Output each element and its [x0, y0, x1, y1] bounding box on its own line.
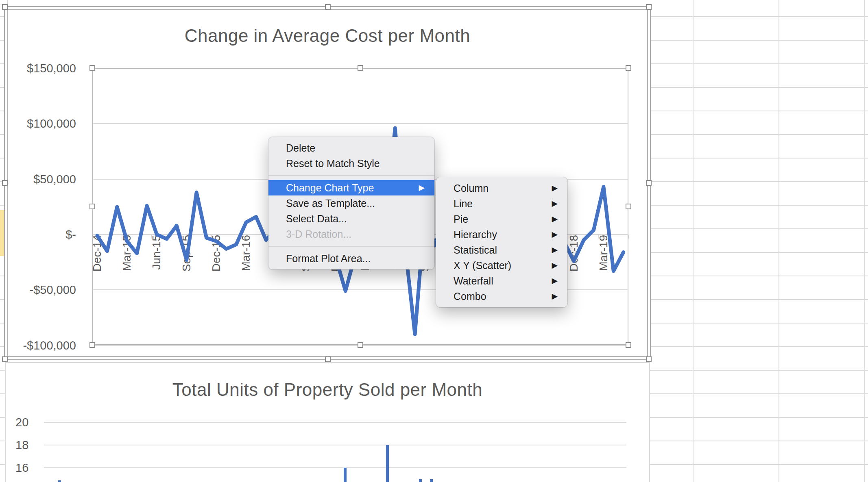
- selection-handle[interactable]: [89, 204, 95, 209]
- submenu-item-column[interactable]: Column▶: [436, 180, 567, 196]
- menu-item-format-plot-area[interactable]: Format Plot Area...: [268, 251, 434, 266]
- selection-handle[interactable]: [646, 180, 652, 186]
- menu-item-reset-to-match-style[interactable]: Reset to Match Style: [268, 156, 434, 171]
- submenu-arrow-icon: ▶: [552, 273, 558, 289]
- submenu-item-pie[interactable]: Pie▶: [436, 211, 567, 227]
- gridline: [44, 467, 626, 468]
- menu-item-label: Select Data...: [286, 211, 347, 226]
- unit-bar[interactable]: [386, 445, 389, 482]
- unit-bar[interactable]: [430, 479, 433, 482]
- menu-item-label: Column: [454, 180, 489, 196]
- submenu-arrow-icon: ▶: [552, 242, 558, 258]
- menu-item-label: Hierarchy: [454, 227, 497, 242]
- menu-item-save-as-template[interactable]: Save as Template...: [268, 195, 434, 211]
- menu-item-label: Reset to Match Style: [286, 156, 380, 171]
- menu-item-delete[interactable]: Delete: [268, 140, 434, 156]
- submenu-arrow-icon: ▶: [552, 227, 558, 242]
- menu-item-label: Delete: [286, 140, 315, 156]
- gridline: [44, 422, 626, 423]
- gridline: [44, 445, 626, 445]
- submenu-item-line[interactable]: Line▶: [436, 196, 567, 211]
- selection-handle[interactable]: [646, 4, 652, 10]
- selection-handle[interactable]: [358, 342, 363, 348]
- selection-handle[interactable]: [2, 4, 8, 10]
- submenu-arrow-icon: ▶: [552, 211, 558, 227]
- submenu-arrow-icon: ▶: [552, 289, 558, 304]
- selection-handle[interactable]: [626, 65, 631, 71]
- unit-bar[interactable]: [344, 468, 347, 482]
- menu-item-label: Combo: [454, 289, 486, 304]
- selection-handle[interactable]: [626, 342, 631, 348]
- submenu-item-hierarchy[interactable]: Hierarchy▶: [436, 227, 567, 242]
- submenu-item-waterfall[interactable]: Waterfall▶: [436, 273, 567, 289]
- selection-handle[interactable]: [89, 342, 95, 348]
- menu-separator: [268, 175, 434, 176]
- menu-item-label: Change Chart Type: [286, 180, 374, 195]
- menu-item-label: Format Plot Area...: [286, 251, 371, 266]
- value-axis-label: $150,000: [16, 61, 76, 75]
- menu-item-label: Line: [454, 196, 473, 211]
- menu-item-select-data[interactable]: Select Data...: [268, 211, 434, 226]
- selection-handle[interactable]: [2, 356, 8, 362]
- menu-item-label: X Y (Scatter): [454, 258, 511, 273]
- menu-item-label: Pie: [454, 211, 468, 227]
- submenu-arrow-icon: ▶: [552, 196, 558, 211]
- unit-bar[interactable]: [58, 480, 61, 482]
- selection-handle[interactable]: [646, 356, 652, 362]
- sheet-gridline-col: [864, 0, 865, 482]
- unit-bar[interactable]: [419, 479, 422, 482]
- units-axis-label: 16: [15, 461, 32, 475]
- units-axis-label: 18: [15, 438, 32, 452]
- value-axis-label: -$100,000: [16, 339, 76, 352]
- menu-item-3-d-rotation[interactable]: 3-D Rotation...: [268, 226, 434, 242]
- value-axis-label: $100,000: [16, 117, 76, 130]
- submenu-arrow-icon: ▶: [419, 180, 425, 195]
- submenu-item-statistical[interactable]: Statistical▶: [436, 242, 567, 258]
- submenu-item-combo[interactable]: Combo▶: [436, 289, 567, 304]
- menu-item-label: Save as Template...: [286, 195, 375, 211]
- menu-item-label: Statistical: [454, 242, 497, 258]
- menu-item-label: 3-D Rotation...: [286, 226, 351, 242]
- sheet-gridline-col: [693, 0, 694, 482]
- submenu-arrow-icon: ▶: [552, 180, 558, 196]
- units-axis-label: 20: [15, 415, 32, 429]
- value-axis-label: $50,000: [16, 172, 76, 186]
- excel-worksheet-view: Change in Average Cost per Month $150,00…: [0, 0, 868, 482]
- menu-item-label: Waterfall: [454, 273, 493, 289]
- chart-title-average-cost[interactable]: Change in Average Cost per Month: [8, 24, 647, 47]
- value-axis-label: $-: [16, 228, 76, 241]
- selection-handle[interactable]: [89, 65, 95, 71]
- value-axis-label: -$50,000: [16, 283, 76, 297]
- context-menu: DeleteReset to Match StyleChange Chart T…: [268, 137, 434, 269]
- chart-title-units-sold[interactable]: Total Units of Property Sold per Month: [8, 378, 647, 401]
- selection-handle[interactable]: [626, 204, 631, 209]
- selection-handle[interactable]: [358, 65, 363, 71]
- chart-type-submenu: Column▶Line▶Pie▶Hierarchy▶Statistical▶X …: [436, 177, 567, 307]
- submenu-item-x-y-scatter[interactable]: X Y (Scatter)▶: [436, 258, 567, 273]
- menu-separator: [268, 246, 434, 247]
- submenu-arrow-icon: ▶: [552, 258, 558, 273]
- selection-handle[interactable]: [2, 180, 8, 186]
- selection-handle[interactable]: [325, 356, 331, 362]
- sheet-gridline-col: [779, 0, 779, 482]
- selection-handle[interactable]: [325, 4, 331, 10]
- menu-item-change-chart-type[interactable]: Change Chart Type▶: [268, 180, 434, 195]
